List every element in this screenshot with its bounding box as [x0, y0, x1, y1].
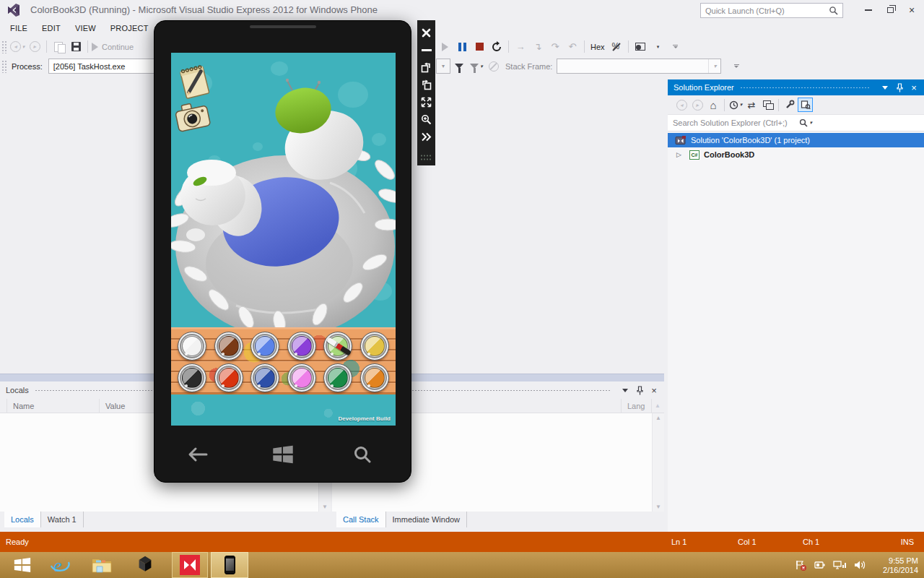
start-debug-button[interactable] — [437, 39, 453, 55]
home-icon[interactable]: ⌂ — [706, 98, 720, 112]
minimize-button[interactable] — [858, 0, 879, 20]
paint-pot[interactable] — [214, 332, 243, 361]
pin-icon[interactable] — [894, 82, 905, 93]
thread-combobox[interactable]: ▾ — [436, 59, 450, 74]
rotate-right-icon[interactable] — [417, 76, 435, 93]
name-column-header[interactable]: Name — [7, 399, 100, 413]
phone-back-button[interactable] — [186, 446, 209, 463]
internet-explorer-button[interactable]: e — [43, 552, 77, 578]
pending-changes-filter-button[interactable]: ▾ — [728, 98, 743, 112]
filter-threads-button[interactable] — [451, 59, 467, 74]
menu-edit[interactable]: EDIT — [35, 20, 68, 37]
rotate-left-icon[interactable] — [417, 59, 435, 76]
paint-pot[interactable] — [360, 363, 389, 392]
close-icon[interactable]: × — [648, 384, 660, 396]
stack-frame-combobox[interactable]: ▾ — [557, 59, 721, 74]
visual-studio-taskbar-button[interactable] — [172, 552, 208, 578]
paint-pot[interactable] — [323, 363, 352, 392]
battery-icon[interactable] — [814, 559, 827, 571]
toolbar-overflow-button[interactable] — [728, 59, 744, 74]
refresh-icon[interactable]: ⇄ — [744, 98, 759, 112]
solution-explorer-search-input[interactable]: Search Solution Explorer (Ctrl+;) ▾ — [668, 115, 924, 131]
emulator-minimize-button[interactable] — [417, 41, 435, 59]
paint-pot[interactable] — [214, 363, 243, 392]
save-all-button[interactable] — [68, 39, 84, 55]
toolbar-overflow-button[interactable] — [668, 39, 684, 55]
hex-display-button[interactable]: Hex — [588, 39, 607, 55]
restart-button[interactable] — [489, 39, 505, 55]
file-explorer-button[interactable] — [85, 552, 118, 578]
continue-button[interactable]: Continue — [92, 39, 134, 55]
tab-locals[interactable]: Locals — [4, 512, 41, 527]
tab-watch-1[interactable]: Watch 1 — [41, 512, 84, 527]
paint-pot[interactable] — [250, 332, 279, 361]
step-out-button[interactable]: ↶ — [565, 39, 580, 55]
paint-pot[interactable] — [178, 332, 206, 361]
menu-view[interactable]: VIEW — [68, 20, 103, 37]
sketchbook-icon[interactable] — [175, 60, 214, 100]
forward-button[interactable]: ▸ — [690, 98, 705, 112]
paint-pot[interactable] — [287, 332, 316, 361]
tab-immediate-window[interactable]: Immediate Window — [386, 512, 468, 527]
pin-icon[interactable] — [634, 384, 645, 396]
collapse-all-icon[interactable] — [760, 98, 775, 112]
scroll-up-icon[interactable]: ▲ — [652, 399, 664, 413]
new-file-button[interactable] — [51, 39, 66, 55]
tab-call-stack[interactable]: Call Stack — [336, 512, 386, 527]
emulator-toolbar-grip[interactable] — [420, 154, 432, 160]
start-button[interactable] — [6, 552, 39, 578]
paint-pot[interactable] — [178, 363, 206, 392]
close-button[interactable]: × — [901, 0, 923, 20]
process-combobox[interactable]: [2056] TaskHost.exe — [48, 59, 158, 74]
camera-icon[interactable] — [173, 98, 214, 138]
pause-button[interactable] — [454, 39, 470, 55]
window-position-dropdown[interactable] — [619, 384, 631, 396]
filter-flagged-button[interactable]: ▾ — [468, 59, 484, 74]
close-icon[interactable]: × — [908, 82, 920, 93]
language-column-header[interactable]: Lang — [621, 399, 652, 413]
speaker-icon[interactable] — [853, 559, 866, 571]
unity-button[interactable] — [128, 552, 162, 578]
toolbar-grip[interactable] — [1, 60, 6, 73]
call-stack-vertical-scrollbar[interactable]: ▲▼ — [652, 413, 664, 512]
preview-selected-items-button[interactable] — [798, 98, 813, 112]
stop-debug-button[interactable] — [471, 39, 487, 55]
paint-pot[interactable] — [323, 332, 352, 361]
suspend-threads-button[interactable] — [486, 59, 502, 74]
menu-project[interactable]: PROJECT — [103, 20, 156, 37]
search-icon[interactable]: ▾ — [794, 118, 924, 128]
phone-start-button[interactable] — [271, 443, 295, 466]
output-window-button[interactable] — [632, 39, 648, 55]
quick-launch-input[interactable]: Quick Launch (Ctrl+Q) — [700, 3, 843, 18]
emulator-screen[interactable]: Development Build — [171, 53, 396, 426]
action-center-flag-icon[interactable] — [795, 559, 807, 571]
paint-pot[interactable] — [250, 363, 279, 392]
emulator-close-button[interactable] — [417, 24, 435, 41]
navigate-back-button[interactable]: ◂▾ — [9, 39, 25, 55]
zoom-icon[interactable] — [417, 111, 435, 128]
network-icon[interactable] — [833, 559, 847, 571]
paint-pot[interactable] — [360, 332, 389, 361]
properties-wrench-icon[interactable] — [783, 98, 797, 112]
navigate-forward-button[interactable]: ▸ — [27, 39, 43, 55]
show-next-statement-button[interactable]: → — [513, 39, 528, 55]
project-node[interactable]: ▷ C# ColorBook3D — [668, 147, 924, 162]
taskbar-clock[interactable]: 9:55 PM 2/16/2014 — [869, 552, 918, 578]
output-dropdown[interactable]: ▾ — [650, 39, 666, 55]
phone-emulator-taskbar-button[interactable] — [211, 552, 248, 578]
restore-button[interactable] — [879, 0, 901, 20]
paint-pot[interactable] — [287, 363, 316, 392]
solution-explorer-title-bar[interactable]: Solution Explorer × — [668, 79, 924, 95]
menu-file[interactable]: FILE — [3, 20, 35, 37]
toolbar-grip[interactable] — [1, 40, 6, 53]
window-position-dropdown[interactable] — [879, 82, 891, 93]
toggle-breakpoints-button[interactable]: % — [609, 39, 624, 55]
step-over-button[interactable]: ↷ — [547, 39, 563, 55]
step-into-button[interactable]: ↴ — [530, 39, 546, 55]
expand-tools-icon[interactable] — [417, 128, 435, 145]
back-button[interactable]: ◂ — [674, 98, 689, 112]
phone-search-button[interactable] — [352, 444, 372, 465]
expander-icon[interactable]: ▷ — [676, 151, 684, 158]
solution-node[interactable]: Solution 'ColorBook3D' (1 project) — [668, 133, 924, 147]
fit-to-screen-icon[interactable] — [417, 93, 435, 111]
